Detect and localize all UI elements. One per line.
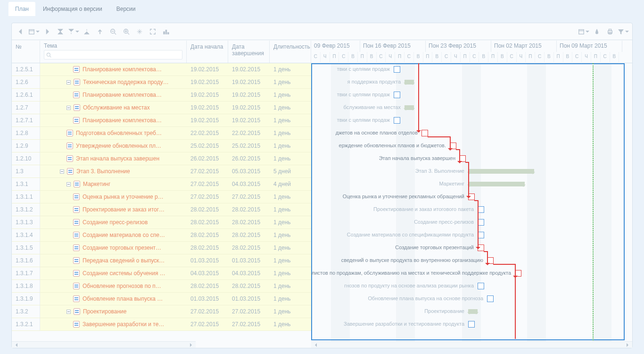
zoom-out-icon[interactable] <box>107 25 119 38</box>
task-row[interactable]: 1.2.9Утверждение обновленных пл…25.02.20… <box>12 140 311 152</box>
task-box[interactable] <box>478 219 484 226</box>
gantt-row[interactable]: я поддержка продукта <box>311 76 632 89</box>
task-box[interactable] <box>394 117 400 124</box>
task-box[interactable] <box>478 206 484 213</box>
gantt-row[interactable]: твки с целями продаж <box>311 89 632 101</box>
task-row[interactable]: 1.3.1.7Создание системы обучения …04.03.… <box>12 267 311 280</box>
task-box[interactable] <box>394 92 400 98</box>
task-row[interactable]: 1.2.7Обслуживание на местах19.02.201519.… <box>12 101 311 114</box>
gantt-row[interactable]: Проектирование и заказ итогового пакета <box>311 203 632 216</box>
fullscreen-icon[interactable] <box>147 25 159 38</box>
dependency-line <box>478 200 479 248</box>
collapse-dropdown-icon[interactable] <box>67 25 80 38</box>
grid-hscroll[interactable] <box>12 341 196 348</box>
gantt-row[interactable]: Создание пресс-релизов <box>311 216 632 229</box>
col-header-number[interactable]: № <box>12 41 40 63</box>
forward-icon[interactable] <box>41 25 53 38</box>
task-row[interactable]: 1.3.2.1Завершение разработки и те…27.02.… <box>12 318 311 331</box>
gantt-row[interactable]: Этап начала выпуска завершен <box>311 152 632 165</box>
search-field[interactable] <box>53 52 180 58</box>
fit-icon[interactable] <box>133 25 146 38</box>
start-date: 19.02.2015 <box>187 79 228 85</box>
col-header-start[interactable]: Дата начала <box>187 41 228 63</box>
calendar-end-icon[interactable] <box>578 25 590 38</box>
bar-label: Маркетинг <box>439 181 464 186</box>
expand-toggle[interactable] <box>66 182 71 186</box>
expand-toggle[interactable] <box>66 106 71 110</box>
task-row[interactable]: 1.3.1.8Обновление прогнозов по п…28.02.2… <box>12 280 311 293</box>
gantt-row[interactable]: сведений о выпуске продукта во внутренню… <box>311 254 632 267</box>
col-header-theme[interactable]: Тема <box>44 42 182 49</box>
task-row[interactable]: 1.3.1.3Создание пресс-релизов28.02.20152… <box>12 216 311 229</box>
gantt-row[interactable]: твки с целями продаж <box>311 114 632 127</box>
gantt-row[interactable]: Оценка рынка и уточнение рекламных обращ… <box>311 191 632 203</box>
summary-bar[interactable] <box>468 169 534 174</box>
warning-icon[interactable] <box>591 25 603 38</box>
task-row[interactable]: 1.3.1.4Создание материалов со спе…28.02.… <box>12 229 311 242</box>
gantt-row[interactable]: Создание материалов со спецификациями пр… <box>311 229 632 242</box>
task-row[interactable]: 1.2.6.1Планирование комплектова…19.02.20… <box>12 89 311 101</box>
gantt-row[interactable]: бслуживание на местах <box>311 101 632 114</box>
zoom-in-icon[interactable] <box>120 25 132 38</box>
gantt-row[interactable]: Завершение разработки и тестирование про… <box>311 318 632 331</box>
day-header: С <box>601 52 610 63</box>
tab-plan[interactable]: План <box>8 2 35 16</box>
filter-icon[interactable] <box>617 25 629 38</box>
gantt-row[interactable]: Маркетинг <box>311 178 632 191</box>
svg-rect-11 <box>168 32 169 34</box>
gantt-row[interactable]: джетов на основе планов отделов <box>311 127 632 140</box>
gantt-row[interactable]: ециалистов по продажам, обслуживанию на … <box>311 267 632 280</box>
col-header-end[interactable]: Дата завершения <box>228 41 270 63</box>
gantt-hscroll[interactable] <box>311 341 632 348</box>
task-name: Обновление прогнозов по п… <box>83 283 161 289</box>
start-date: 27.02.2015 <box>187 308 228 315</box>
task-box[interactable] <box>478 232 484 238</box>
col-header-duration[interactable]: Длительность <box>270 41 311 63</box>
task-row[interactable]: 1.3.2Проектирование27.02.201527.02.20151… <box>12 305 311 318</box>
task-row[interactable]: 1.2.7.1Планирование комплектова…19.02.20… <box>12 114 311 127</box>
summary-bar[interactable] <box>468 182 525 186</box>
task-row[interactable]: 1.3.1.1Оценка рынка и уточнение р…27.02.… <box>12 191 311 203</box>
gantt-row[interactable]: твки с целями продаж <box>311 63 632 76</box>
back-icon[interactable] <box>15 25 27 38</box>
gantt-row[interactable]: гнозов по продукту на основе анализа реа… <box>311 280 632 293</box>
expand-toggle[interactable] <box>60 169 64 174</box>
task-name: Создание торговых презент… <box>83 244 161 251</box>
chart-icon[interactable] <box>160 25 172 38</box>
expand-toggle[interactable] <box>66 310 71 314</box>
gantt-row[interactable]: Этап 3. Выполнение <box>311 165 632 178</box>
gantt-row[interactable]: Обновление плана выпуска на основе прогн… <box>311 293 632 305</box>
task-row[interactable]: 1.3.1.5Создание торговых презент…28.02.2… <box>12 242 311 254</box>
summary-bar[interactable] <box>405 105 414 110</box>
collapse-icon[interactable] <box>54 25 66 38</box>
task-row[interactable]: 1.3.1.9Обновление плана выпуска …01.03.2… <box>12 293 311 305</box>
task-row[interactable]: 1.2.5.1Планирование комплектова…19.02.20… <box>12 63 311 76</box>
task-row[interactable]: 1.3.1.2Проектирование и заказ итог…28.02… <box>12 203 311 216</box>
search-input[interactable] <box>44 50 182 59</box>
task-box[interactable] <box>487 295 494 302</box>
task-row[interactable]: 1.2.8Подготовка обновленных треб…22.02.2… <box>12 127 311 140</box>
expand-icon[interactable] <box>81 25 93 38</box>
task-row[interactable]: 1.2.10Этап начала выпуска завершен26.02.… <box>12 152 311 165</box>
task-box[interactable] <box>394 66 400 73</box>
summary-bar[interactable] <box>468 309 478 314</box>
tab-versions[interactable]: Версии <box>110 2 142 16</box>
gantt-row[interactable]: Создание торговых презентаций <box>311 242 632 254</box>
move-up-icon[interactable] <box>94 25 106 38</box>
tab-version-info[interactable]: Информация о версии <box>36 2 109 16</box>
task-box[interactable] <box>421 130 428 136</box>
task-row[interactable]: 1.2.6Техническая поддержка проду…19.02.2… <box>12 76 311 89</box>
task-row[interactable]: 1.3Этап 3. Выполнение27.02.201505.03.201… <box>12 165 311 178</box>
summary-bar[interactable] <box>405 80 414 84</box>
calendar-icon[interactable] <box>28 25 40 38</box>
gantt-row[interactable]: Проектирование <box>311 305 632 318</box>
task-box[interactable] <box>478 283 484 289</box>
task-row[interactable]: 1.3.1.6Передача сведений о выпуск…01.03.… <box>12 254 311 267</box>
task-row[interactable]: 1.3.1Маркетинг27.02.201504.03.20154 дней <box>12 178 311 191</box>
task-box[interactable] <box>468 321 475 328</box>
start-date: 28.02.2015 <box>187 219 228 226</box>
print-icon[interactable] <box>604 25 616 38</box>
expand-toggle[interactable] <box>66 80 71 84</box>
day-header: С <box>470 52 479 63</box>
gantt-row[interactable]: ерждение обновленных планов и бюджетов. <box>311 140 632 152</box>
